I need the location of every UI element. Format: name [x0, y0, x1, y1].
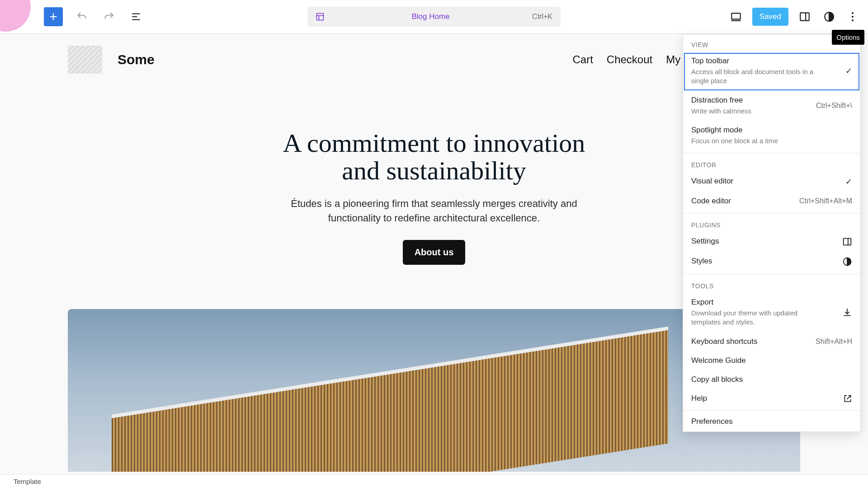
panel-icon [799, 11, 811, 23]
option-visual-editor[interactable]: Visual editor ✓ [683, 172, 860, 192]
contrast-icon [823, 11, 835, 23]
site-chip[interactable] [0, 0, 34, 34]
option-top-toolbar[interactable]: Top toolbar Access all block and documen… [683, 52, 860, 91]
redo-button[interactable] [101, 9, 117, 25]
site-header-left: Some [68, 46, 155, 74]
save-button[interactable]: Saved [752, 8, 788, 26]
options-section-editor: Editor [683, 155, 860, 172]
option-title: Help [691, 394, 838, 403]
site-avatar [0, 0, 31, 32]
option-title: Welcome Guide [691, 356, 852, 365]
svg-point-5 [852, 16, 854, 18]
options-menu: View Top toolbar Access all block and do… [683, 34, 861, 432]
option-title: Top toolbar [691, 56, 840, 66]
options-section-plugins: Plugins [683, 215, 860, 232]
add-block-button[interactable] [44, 7, 63, 26]
command-shortcut: Ctrl+K [532, 13, 552, 21]
option-sub: Download your theme with updated templat… [691, 309, 822, 327]
save-label: Saved [760, 12, 781, 21]
option-help[interactable]: Help [683, 389, 860, 408]
hero-cta-button[interactable]: About us [403, 240, 466, 265]
option-title: Preferences [691, 417, 852, 426]
option-title: Copy all blocks [691, 375, 852, 384]
option-sub: Access all block and document tools in a… [691, 67, 822, 86]
option-spotlight-mode[interactable]: Spotlight mode Focus on one block at a t… [683, 121, 860, 151]
menu-divider [683, 153, 860, 153]
option-sub: Write with calmness [691, 107, 811, 116]
option-shortcut: Ctrl+Shift+Alt+M [799, 197, 852, 205]
undo-button[interactable] [74, 9, 90, 25]
document-overview-button[interactable] [128, 9, 144, 25]
svg-rect-1 [731, 13, 741, 19]
download-icon [842, 307, 852, 317]
settings-panel-button[interactable] [797, 9, 813, 25]
hero-paragraph-line2: functionality to redefine architectural … [328, 212, 540, 224]
panel-icon [842, 237, 852, 247]
topbar-left-tools [34, 7, 144, 26]
option-shortcut: Ctrl+Shift+\ [816, 102, 852, 110]
options-tooltip: Options [832, 30, 864, 45]
option-title: Settings [691, 237, 837, 246]
svg-rect-0 [317, 14, 324, 20]
option-keyboard-shortcuts[interactable]: Keyboard shortcuts Shift+Alt+H [683, 333, 860, 352]
styles-button[interactable] [821, 9, 837, 25]
option-title: Visual editor [691, 177, 840, 186]
desktop-icon [730, 11, 742, 23]
option-preferences[interactable]: Preferences [683, 413, 860, 432]
document-bar[interactable]: Blog Home Ctrl+K [307, 7, 561, 27]
block-breadcrumb[interactable]: Template [0, 474, 868, 488]
check-icon: ✓ [845, 66, 852, 76]
option-sub: Focus on one block at a time [691, 136, 822, 145]
menu-divider [683, 274, 860, 274]
list-icon [130, 11, 142, 23]
svg-point-4 [852, 12, 854, 14]
option-title: Distraction free [691, 96, 811, 105]
option-title: Export [691, 298, 837, 307]
menu-divider [683, 213, 860, 213]
option-title: Keyboard shortcuts [691, 337, 810, 346]
svg-rect-7 [844, 239, 851, 245]
hero-paragraph-line1: Études is a pioneering firm that seamles… [291, 198, 577, 209]
topbar-right-tools: Saved [728, 7, 868, 27]
option-distraction-free[interactable]: Distraction free Write with calmness Ctr… [683, 91, 860, 121]
option-plugin-styles[interactable]: Styles [683, 252, 860, 272]
option-welcome-guide[interactable]: Welcome Guide [683, 352, 860, 371]
undo-icon [76, 11, 88, 23]
external-link-icon [843, 394, 852, 403]
options-section-tools: Tools [683, 276, 860, 293]
site-logo-placeholder[interactable] [68, 46, 102, 74]
site-title[interactable]: Some [118, 52, 155, 67]
option-plugin-settings[interactable]: Settings [683, 232, 860, 252]
options-button[interactable] [845, 7, 860, 27]
menu-divider [683, 410, 860, 411]
editor-topbar: Blog Home Ctrl+K Saved [0, 0, 868, 34]
option-export[interactable]: Export Download your theme with updated … [683, 293, 860, 333]
breadcrumb-item: Template [14, 478, 41, 485]
option-title: Styles [691, 257, 837, 266]
option-title: Spotlight mode [691, 126, 852, 135]
contrast-icon [842, 257, 852, 267]
svg-point-6 [852, 19, 854, 21]
options-tooltip-label: Options [836, 33, 860, 41]
redo-icon [103, 11, 115, 23]
hero-heading-line1: A commitment to innovation [283, 128, 585, 158]
option-title: Code editor [691, 197, 794, 206]
option-copy-all-blocks[interactable]: Copy all blocks [683, 371, 860, 389]
view-device-button[interactable] [728, 9, 744, 25]
nav-item-checkout[interactable]: Checkout [607, 53, 652, 66]
svg-rect-2 [800, 13, 809, 20]
option-code-editor[interactable]: Code editor Ctrl+Shift+Alt+M [683, 192, 860, 211]
template-icon [316, 12, 325, 21]
document-title: Blog Home [329, 12, 532, 21]
check-icon: ✓ [845, 177, 852, 187]
hero-cta-label: About us [415, 247, 454, 257]
hero-heading-line2: and sustainability [342, 156, 526, 185]
hero-image-content [112, 327, 668, 472]
nav-item-cart[interactable]: Cart [572, 53, 593, 66]
option-shortcut: Shift+Alt+H [816, 338, 852, 346]
plus-icon [48, 12, 58, 22]
kebab-icon [851, 11, 854, 22]
